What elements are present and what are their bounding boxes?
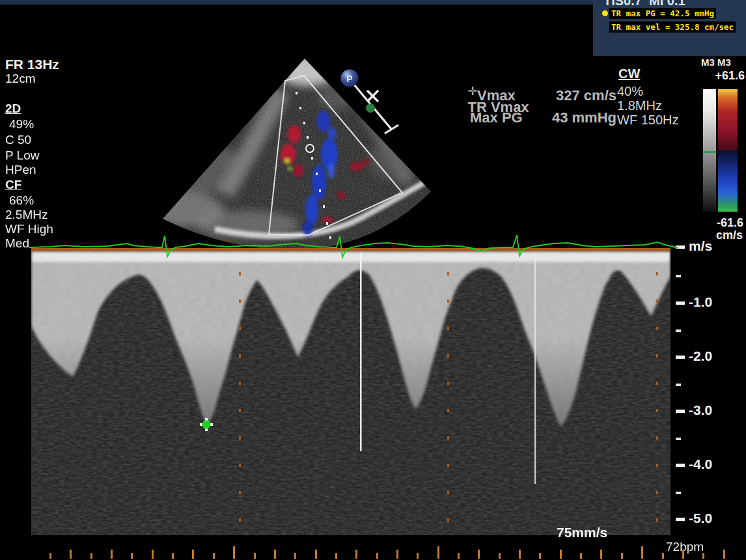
time-marker-dot [447,300,449,303]
sample-volume-ring [306,145,314,152]
scale-tick [676,410,685,413]
scale-tick [676,464,685,467]
timeline-tick [539,553,541,559]
time-marker-dot [447,382,449,385]
time-marker-dot [447,354,449,357]
time-marker-dot [447,464,449,467]
measurement-value: 327 cm/s [556,87,616,104]
gain-2d: 49% [9,117,34,132]
timeline-tick [662,553,664,559]
scale-baseline-unit: m/s [689,238,712,254]
time-marker-dot [447,491,449,494]
caliper-marker-icon [200,418,213,431]
scale-label: -1.0 [689,294,712,310]
time-marker-dot [656,327,658,330]
timeline-tick [682,550,684,559]
timeline-ruler [0,546,746,560]
timeline-tick [274,550,276,559]
pericardium-echo [215,182,424,236]
timeline-tick [560,550,562,559]
measurement-value: 43 mmHg [552,109,616,126]
wall-filter-cf: WF High [5,222,53,236]
timeline-tick [396,550,398,559]
timeline-tick [355,550,357,559]
timeline-tick [702,553,704,559]
colorbar-min-velocity: -61.6 [717,216,743,230]
spectral-doppler-area [31,250,670,535]
persistence-2d: P Low [5,148,39,163]
timeline-tick [335,553,337,559]
measurement-result-row[interactable]: TR max PG = 42.5 mmHg [602,8,716,19]
spectral-artifact-line [534,253,536,484]
measurement-result-row[interactable]: TR max vel = 325.8 cm/sec [609,21,736,33]
timeline-tick [213,553,215,559]
cw-frequency: 1.8MHz [617,98,662,113]
time-marker-dot [239,464,241,467]
colorbar-unit: cm/s [716,229,743,242]
scale-tick [676,356,685,359]
colorbar-max-velocity: +61.6 [715,69,745,83]
scale-label: -4.0 [689,456,712,472]
timeline-tick [315,550,317,559]
scale-tick [676,492,681,494]
timeline-tick [90,553,92,559]
time-marker-dot [656,491,658,494]
timeline-tick [233,546,235,559]
cw-wall-filter: WF 150Hz [617,113,678,128]
spectral-artifact-line [360,253,362,451]
time-marker-dot [239,382,241,385]
timeline-tick [376,553,378,559]
frequency-cf: 2.5MHz [5,208,48,222]
timeline-tick [417,553,419,559]
timeline-tick [499,553,501,559]
timeline-tick [294,553,296,559]
scale-tick [676,275,681,277]
time-marker-dot [239,300,241,303]
timeline-tick [723,550,725,559]
cw-gain: 40% [617,84,643,99]
time-marker-dot [239,327,241,330]
timeline-tick [172,553,174,559]
timeline-tick [437,546,439,559]
cw-cursor-line [296,92,331,239]
timeline-tick [192,550,194,559]
ultrasound-screen: TIS0.7 MI 0.1 TR max PG = 42.5 mmHg TR m… [0,0,746,560]
focus-dot-icon [366,104,375,113]
time-marker-dot [656,272,658,275]
timeline-tick [641,546,643,559]
time-marker-dot [447,327,449,330]
timeline-tick [254,553,256,559]
scale-tick [676,301,685,305]
timeline-tick [152,550,154,559]
scale-label: -3.0 [689,402,712,418]
measurement-cross-icon: ✛ [467,85,477,98]
measurement-row: Max PG 43 mmHg [470,109,616,126]
scale-tick [676,438,681,440]
probe-letter: P [346,74,352,84]
time-marker-dot [656,518,658,522]
grayscale-bar [703,89,716,212]
2d-echo-image [143,55,436,254]
timeline-tick [49,553,51,559]
timeline-tick [580,553,582,559]
result-text: TR max vel = 325.8 cm/sec [609,21,736,33]
focus-marker-label: M3 M3 [694,57,738,68]
time-marker-dot [239,272,241,275]
depth-readout: 12cm [5,72,35,86]
time-marker-dot [239,354,241,357]
measurement-label: Max PG [470,109,523,126]
timeline-tick [111,550,113,559]
color-roi-box [269,76,402,235]
patient-info-redaction-box [0,5,593,55]
frame-rate-readout: FR 13Hz [5,57,59,72]
measurement-row: Vmax 327 cm/s [477,87,616,104]
selected-result-dot-icon [602,10,608,16]
x-marker-icon [367,91,378,102]
system-info-panel: TIS0.7 MI 0.1 TR max PG = 42.5 mmHg TR m… [593,0,746,56]
density-cf: Med [5,236,29,251]
timeline-tick [600,550,602,559]
scale-label: -2.0 [689,348,712,364]
mode-cf-label: CF [5,178,21,192]
time-marker-dot [656,464,658,467]
scale-label: -5.0 [689,511,712,526]
